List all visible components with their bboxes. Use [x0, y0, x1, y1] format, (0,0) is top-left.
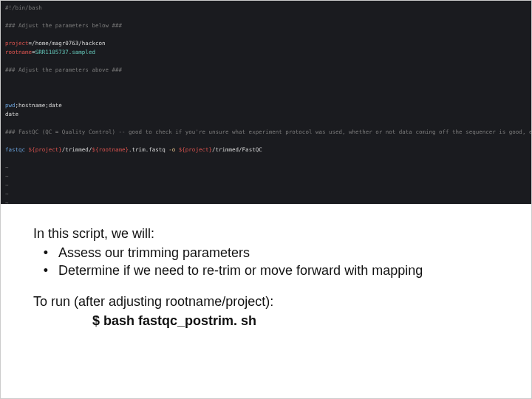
code-token: project [5, 40, 29, 47]
command-line: $ bash fastqc_postrim. sh [33, 312, 499, 330]
terminal-line [5, 83, 528, 92]
terminal-line: ~ [5, 199, 528, 204]
code-token: fastqc [5, 146, 29, 153]
code-token: ~ [5, 191, 9, 197]
code-token: -o [168, 146, 179, 153]
terminal-line: project=/home/magr0763/hackcon [5, 39, 528, 48]
code-token: ### Adjust the parameters below ### [5, 22, 122, 29]
code-token: ~ [5, 200, 9, 204]
code-token: #!/bin/bash [5, 4, 42, 11]
terminal-line: date [5, 110, 528, 119]
terminal-line: ~ [5, 190, 528, 199]
code-token: rootname [5, 49, 32, 55]
code-token: ${rootname} [92, 146, 129, 153]
list-item: • Determine if we need to re-trim or mov… [33, 262, 499, 279]
terminal-line [5, 13, 528, 21]
terminal-line: ~ [5, 172, 528, 181]
code-token: ;hostname;date [16, 102, 62, 109]
terminal-line [5, 119, 528, 128]
terminal-line [5, 30, 528, 39]
code-token: ### FastQC (QC = Quality Control) -- goo… [5, 129, 532, 135]
terminal-line [5, 92, 528, 101]
code-token: ~ [5, 182, 9, 188]
bullet-text: Determine if we need to re-trim or move … [58, 262, 423, 279]
bullet-dot: • [33, 244, 58, 262]
code-token: /trimmed/ [62, 146, 92, 153]
terminal-line: ### Adjust the parameters below ### [5, 21, 528, 30]
code-token: ${project} [179, 146, 212, 153]
run-instruction: To run (after adjusting rootname/project… [33, 293, 499, 310]
list-item: • Assess our trimming parameters [33, 244, 499, 262]
code-token: ${project} [29, 146, 62, 153]
terminal-line: rootname=SRR1105737.sampled [5, 48, 528, 57]
terminal-line [5, 57, 528, 66]
bullet-text: Assess our trimming parameters [58, 244, 250, 262]
terminal-line: #!/bin/bash [5, 4, 528, 13]
terminal-line [5, 137, 528, 146]
terminal-line: ~ [5, 181, 528, 190]
terminal-line: ### FastQC (QC = Quality Control) -- goo… [5, 128, 528, 137]
terminal-line: ~ [5, 163, 528, 172]
description-text: In this script, we will: • Assess our tr… [1, 204, 531, 330]
code-token: /trimmed/FastQC [212, 146, 262, 153]
bullet-dot: • [33, 262, 58, 279]
code-token: =/home/magr0763/hackcon [29, 40, 106, 47]
code-token: date [5, 111, 18, 117]
code-token: pwd [5, 102, 16, 109]
terminal-line: ### Adjust the parameters above ### [5, 66, 528, 75]
terminal-screenshot: #!/bin/bash ### Adjust the parameters be… [1, 1, 532, 204]
terminal-line: fastqc ${project}/trimmed/${rootname}.tr… [5, 146, 528, 154]
code-token: SRR1105737.sampled [35, 49, 95, 55]
code-token: .trim.fastq [129, 146, 168, 153]
code-token: ### Adjust the parameters above ### [5, 66, 122, 73]
bullet-list: • Assess our trimming parameters • Deter… [33, 244, 499, 279]
terminal-line [5, 75, 528, 83]
code-token: ~ [5, 164, 9, 171]
terminal-line: pwd;hostname;date [5, 101, 528, 110]
terminal-line [5, 154, 528, 163]
intro-line: In this script, we will: [33, 225, 499, 242]
code-token: ~ [5, 173, 9, 180]
